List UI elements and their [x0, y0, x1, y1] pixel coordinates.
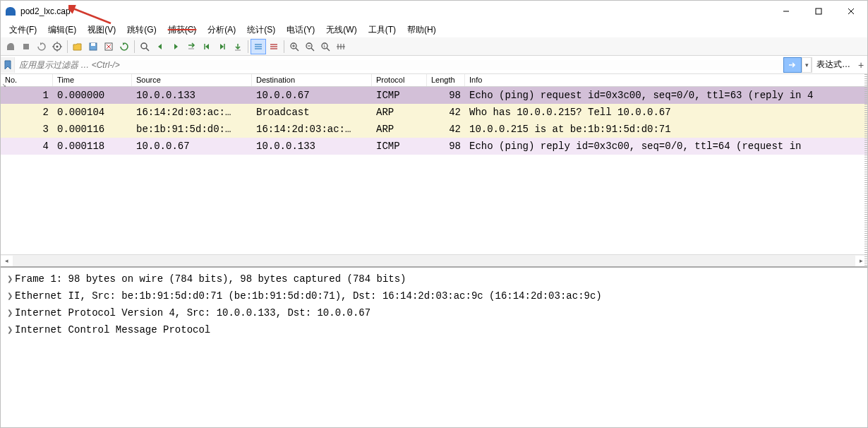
expression-button[interactable]: 表达式… [812, 57, 855, 73]
menu-item[interactable]: 电话(Y) [281, 23, 320, 37]
window-controls [770, 1, 867, 22]
packet-cell: 3 [1, 121, 53, 138]
capture-options-icon[interactable] [49, 39, 65, 54]
menu-item[interactable]: 统计(S) [241, 23, 281, 37]
find-packet-icon[interactable] [137, 39, 152, 54]
expand-icon[interactable]: ❯ [5, 271, 15, 287]
svg-line-32 [296, 48, 299, 51]
shark-fin-icon[interactable] [3, 39, 18, 54]
restart-capture-icon[interactable] [34, 39, 49, 54]
svg-rect-25 [255, 48, 262, 49]
go-forward-icon[interactable] [168, 39, 183, 54]
packet-details-pane[interactable]: ❯Frame 1: 98 bytes on wire (784 bits), 9… [1, 266, 867, 427]
detail-text: Frame 1: 98 bytes on wire (784 bits), 98… [15, 271, 406, 287]
zoom-out-icon[interactable] [302, 39, 318, 54]
packet-cell: 98 [427, 138, 465, 155]
svg-text:1: 1 [323, 44, 326, 48]
filter-bookmark-icon[interactable] [1, 57, 15, 73]
column-info[interactable]: Info [465, 74, 867, 86]
window-title: pod2_lxc.cap [20, 6, 71, 16]
menu-item[interactable]: 捕获(C) [162, 23, 203, 37]
menu-item[interactable]: 编辑(E) [42, 23, 82, 37]
stop-capture-icon[interactable] [18, 39, 34, 54]
packet-cell: 0.000104 [53, 104, 132, 121]
go-to-packet-icon[interactable] [183, 39, 199, 54]
svg-rect-24 [255, 46, 262, 47]
packet-cell: 10.0.0.67 [252, 87, 372, 104]
svg-point-7 [56, 45, 59, 47]
close-file-icon[interactable] [101, 39, 116, 54]
menu-item[interactable]: 跳转(G) [121, 23, 162, 37]
packet-cell: 1 [1, 87, 53, 104]
svg-rect-5 [23, 44, 29, 49]
column-length[interactable]: Length [427, 74, 465, 86]
svg-rect-27 [270, 46, 277, 47]
go-first-icon[interactable] [199, 39, 215, 54]
packet-row[interactable]: 10.00000010.0.0.13310.0.0.67ICMP98Echo (… [1, 87, 867, 104]
annotation-arrow [68, 5, 118, 25]
title-bar: pod2_lxc.cap [1, 1, 867, 22]
maximize-button[interactable] [802, 1, 835, 22]
minimize-button[interactable] [770, 1, 802, 22]
column-destination[interactable]: Destination [252, 74, 372, 86]
svg-line-18 [146, 48, 149, 51]
packet-cell: 10.0.0.67 [132, 138, 252, 155]
column-source[interactable]: Source [132, 74, 252, 86]
packet-cell: 4 [1, 138, 53, 155]
expand-icon[interactable]: ❯ [5, 304, 15, 321]
packet-cell: 16:14:2d:03:ac:… [252, 121, 372, 138]
reload-file-icon[interactable] [116, 39, 132, 54]
detail-line[interactable]: ❯Internet Protocol Version 4, Src: 10.0.… [5, 304, 863, 321]
go-back-icon[interactable] [152, 39, 168, 54]
apply-filter-button[interactable] [783, 57, 802, 73]
horizontal-scrollbar[interactable]: ◂ ▸ [1, 254, 867, 266]
display-filter-input[interactable] [15, 60, 783, 70]
packet-cell: 0.000000 [53, 87, 132, 104]
svg-rect-26 [270, 44, 277, 45]
colorize-icon[interactable] [251, 39, 266, 54]
pane-resize-handle[interactable] [864, 74, 867, 266]
save-file-icon[interactable] [85, 39, 101, 54]
column-protocol[interactable]: Protocol [372, 74, 427, 86]
packet-cell: 42 [427, 121, 465, 138]
auto-scroll-icon[interactable] [230, 39, 246, 54]
menu-item[interactable]: 视图(V) [82, 23, 121, 37]
svg-line-0 [71, 8, 111, 23]
menu-bar: 文件(F)编辑(E)视图(V)跳转(G)捕获(C)分析(A)统计(S)电话(Y)… [1, 22, 867, 37]
detail-line[interactable]: ❯Ethernet II, Src: be:1b:91:5d:d0:71 (be… [5, 287, 863, 304]
detail-line[interactable]: ❯Frame 1: 98 bytes on wire (784 bits), 9… [5, 271, 863, 287]
packet-cell: ICMP [372, 87, 427, 104]
menu-item[interactable]: 帮助(H) [402, 23, 442, 37]
packet-row[interactable]: 30.000116be:1b:91:5d:d0:…16:14:2d:03:ac:… [1, 121, 867, 138]
expand-icon[interactable]: ❯ [5, 287, 15, 304]
close-button[interactable] [835, 1, 867, 22]
packet-cell: Echo (ping) reply id=0x3c00, seq=0/0, tt… [465, 138, 867, 155]
toolbar-separator [67, 40, 68, 53]
detail-text: Ethernet II, Src: be:1b:91:5d:d0:71 (be:… [15, 287, 602, 304]
zoom-reset-icon[interactable]: 1 [318, 39, 333, 54]
expand-icon[interactable]: ❯ [5, 321, 15, 338]
packet-cell: 0.000116 [53, 121, 132, 138]
wireshark-icon [5, 6, 16, 17]
filter-history-dropdown[interactable]: ▾ [802, 57, 812, 73]
packet-cell: ARP [372, 104, 427, 121]
packet-list-body[interactable]: ↘ ↙ 10.00000010.0.0.13310.0.0.67ICMP98Ec… [1, 87, 867, 254]
menu-item[interactable]: 分析(A) [202, 23, 241, 37]
zoom-in-icon[interactable] [287, 39, 302, 54]
menu-item[interactable]: 无线(W) [320, 23, 362, 37]
packet-cell: 16:14:2d:03:ac:… [132, 104, 252, 121]
menu-item[interactable]: 文件(F) [4, 23, 42, 37]
detail-line[interactable]: ❯Internet Control Message Protocol [5, 321, 863, 338]
packet-cell: 98 [427, 87, 465, 104]
go-last-icon[interactable] [215, 39, 230, 54]
resize-columns-icon[interactable] [333, 39, 349, 54]
packet-row[interactable]: 40.00011810.0.0.6710.0.0.133ICMP98Echo (… [1, 138, 867, 155]
column-time[interactable]: Time [53, 74, 132, 86]
add-filter-button[interactable]: + [855, 57, 867, 73]
packet-cell: ICMP [372, 138, 427, 155]
auto-scroll-live-icon[interactable] [266, 39, 282, 54]
packet-row[interactable]: 20.00010416:14:2d:03:ac:…BroadcastARP42W… [1, 104, 867, 121]
menu-item[interactable]: 工具(T) [363, 23, 402, 37]
scroll-track[interactable] [13, 256, 855, 266]
open-file-icon[interactable] [70, 39, 85, 54]
